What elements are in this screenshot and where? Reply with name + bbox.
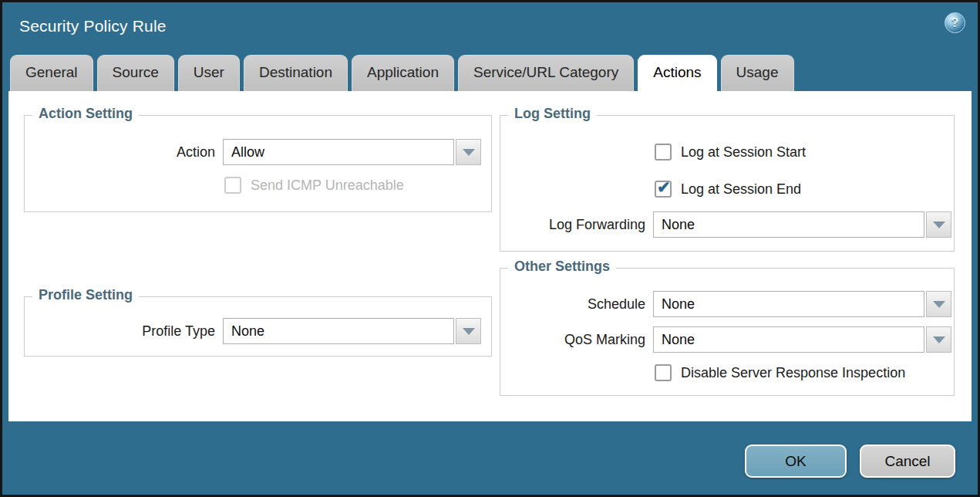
tab-application[interactable]: Application [352, 55, 454, 91]
log-forwarding-dropdown[interactable]: None [653, 211, 951, 238]
action-setting-legend: Action Setting [32, 106, 139, 122]
log-setting-legend: Log Setting [508, 106, 597, 122]
log-session-start-checkbox-row[interactable]: Log at Session Start [655, 144, 806, 161]
log-forwarding-label: Log Forwarding [500, 211, 645, 238]
log-session-end-checkbox[interactable] [655, 181, 672, 198]
actions-tab-panel: Action Setting Action Allow Send ICMP Un… [8, 91, 972, 421]
ok-button[interactable]: OK [745, 445, 847, 478]
dialog-title: Security Policy Rule [19, 17, 167, 36]
chevron-down-icon [933, 221, 945, 228]
tab-usage[interactable]: Usage [721, 55, 794, 91]
dsri-checkbox[interactable] [655, 364, 672, 381]
tab-bar: General Source User Destination Applicat… [10, 55, 970, 91]
profile-type-label: Profile Type [25, 318, 215, 344]
log-session-end-label: Log at Session End [681, 181, 801, 198]
qos-marking-dropdown-value[interactable]: None [653, 326, 924, 353]
schedule-dropdown-value[interactable]: None [653, 291, 924, 317]
profile-setting-legend: Profile Setting [32, 287, 139, 303]
qos-marking-label: QoS Marking [500, 326, 645, 353]
dsri-label: Disable Server Response Inspection [681, 365, 905, 381]
dsri-checkbox-row[interactable]: Disable Server Response Inspection [655, 364, 905, 381]
chevron-down-icon [463, 149, 475, 156]
profile-setting-group: Profile Setting Profile Type None [24, 296, 492, 357]
tab-source[interactable]: Source [97, 55, 174, 91]
tab-general[interactable]: General [10, 55, 93, 91]
action-dropdown-value[interactable]: Allow [223, 139, 454, 165]
action-label: Action [25, 139, 215, 165]
send-icmp-checkbox-row: Send ICMP Unreachable [224, 177, 404, 194]
qos-marking-dropdown-arrow-button[interactable] [926, 326, 951, 353]
qos-marking-dropdown[interactable]: None [653, 326, 951, 353]
send-icmp-label: Send ICMP Unreachable [251, 178, 404, 194]
other-settings-group: Other Settings Schedule None QoS Marking… [500, 268, 955, 396]
chevron-down-icon [933, 336, 945, 343]
log-setting-group: Log Setting Log at Session Start Log at … [500, 115, 955, 252]
send-icmp-checkbox [224, 177, 241, 194]
tab-actions[interactable]: Actions [638, 55, 716, 91]
help-icon[interactable]: ? [945, 12, 965, 33]
log-session-start-checkbox[interactable] [655, 144, 672, 161]
profile-type-dropdown[interactable]: None [223, 318, 481, 344]
profile-type-dropdown-arrow-button[interactable] [456, 318, 481, 344]
log-session-start-label: Log at Session Start [681, 144, 806, 161]
profile-type-dropdown-value[interactable]: None [223, 318, 454, 344]
tab-destination[interactable]: Destination [244, 55, 348, 91]
action-dropdown-arrow-button[interactable] [456, 139, 481, 165]
tab-service-url-category[interactable]: Service/URL Category [458, 55, 634, 91]
cancel-button[interactable]: Cancel [860, 445, 955, 478]
titlebar: Security Policy Rule ? [2, 2, 978, 52]
question-mark-glyph: ? [951, 16, 959, 30]
schedule-dropdown[interactable]: None [653, 291, 951, 317]
log-session-end-checkbox-row[interactable]: Log at Session End [655, 181, 801, 198]
schedule-dropdown-arrow-button[interactable] [926, 291, 951, 317]
chevron-down-icon [463, 328, 475, 335]
log-forwarding-dropdown-arrow-button[interactable] [926, 211, 951, 238]
tab-user[interactable]: User [178, 55, 240, 91]
schedule-label: Schedule [500, 291, 645, 317]
security-policy-rule-dialog: Security Policy Rule ? General Source Us… [0, 0, 980, 497]
log-forwarding-dropdown-value[interactable]: None [653, 211, 924, 238]
other-settings-legend: Other Settings [508, 259, 616, 275]
chevron-down-icon [933, 301, 945, 308]
action-setting-group: Action Setting Action Allow Send ICMP Un… [24, 115, 492, 212]
action-dropdown[interactable]: Allow [223, 139, 481, 165]
